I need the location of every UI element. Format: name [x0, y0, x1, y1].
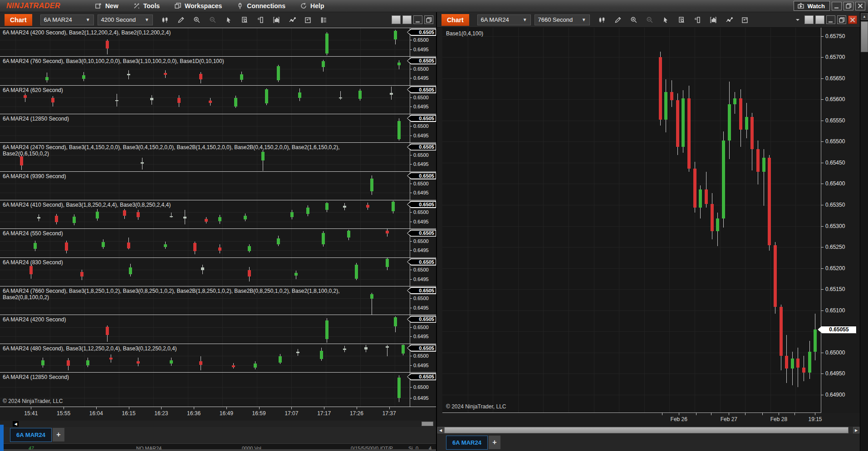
polyline-tool-button[interactable]: [287, 15, 297, 25]
panel-price-axis[interactable]: 0.65050.65000.6495: [410, 315, 436, 343]
menu-tools[interactable]: Tools: [126, 0, 167, 12]
doc-search-tool-button[interactable]: [240, 15, 250, 25]
polyline-tool-button[interactable]: [724, 15, 734, 25]
panel-plot[interactable]: 6A MAR24 (830 Second): [0, 258, 410, 286]
chart-panel-7[interactable]: 6A MAR24 (410 Second), Base3(1,8,250,2,4…: [0, 200, 436, 229]
pencil-tool-button[interactable]: [613, 15, 623, 25]
left-instrument-dropdown[interactable]: 6A MAR24▼: [40, 15, 94, 25]
left-grey-button-1[interactable]: [392, 15, 401, 24]
chart-panel-3[interactable]: 6A MAR24 (620 Second)0.65050.65000.6495: [0, 86, 436, 114]
scrollbar-thumb[interactable]: [444, 427, 848, 433]
panel-plot[interactable]: 6A MAR24 (550 Second): [0, 229, 410, 257]
menu-help[interactable]: Help: [293, 0, 331, 12]
app-minimize-button[interactable]: [832, 2, 842, 10]
list-tool-button[interactable]: [319, 15, 329, 25]
panel-price-axis[interactable]: 0.65050.65000.6495: [410, 172, 436, 200]
panel-plot[interactable]: 6A MAR24 (480 Second), Base3(1,12,250,2,…: [0, 344, 410, 372]
script-tool-button[interactable]: [740, 15, 750, 25]
panel-plot[interactable]: 6A MAR24 (12850 Second)© 2024 NinjaTrade…: [0, 373, 410, 407]
chart-panel-6[interactable]: 6A MAR24 (9390 Second)0.65050.65000.6495: [0, 172, 436, 200]
panel-price-axis[interactable]: 0.65050.65000.6495: [410, 286, 436, 315]
chart-panel-11[interactable]: 6A MAR24 (4200 Second)0.65050.65000.6495: [0, 315, 436, 344]
left-interval-dropdown[interactable]: 4200 Second▼: [98, 15, 153, 25]
panel-plot[interactable]: 6A MAR24 (2470 Second), Base3(1,4,150,2,…: [0, 143, 410, 171]
watch-button[interactable]: Watch: [794, 1, 830, 11]
app-close-button[interactable]: [855, 2, 865, 10]
left-instrument-tab[interactable]: 6A MAR24: [10, 428, 52, 442]
panel-plot[interactable]: 6A MAR24 (7660 Second), Base3(1,8,250,1,…: [0, 286, 410, 315]
doc-search-tool-button[interactable]: [677, 15, 687, 25]
chart-panel-8[interactable]: 6A MAR24 (550 Second)0.65050.65000.6495: [0, 229, 436, 257]
scroll-left-button[interactable]: ◀: [437, 427, 444, 433]
panel-price-axis[interactable]: 0.65050.65000.6495: [410, 28, 436, 56]
panel-price-axis[interactable]: 0.65050.65000.6495: [410, 229, 436, 257]
right-grey-button-2[interactable]: [815, 15, 824, 24]
cursor-tool-button[interactable]: [224, 15, 234, 25]
panel-price-axis[interactable]: 0.65050.65000.6495: [410, 344, 436, 372]
panel-price-axis[interactable]: 0.65050.65000.6495: [410, 86, 436, 114]
panel-plot[interactable]: 6A MAR24 (760 Second), Base3(0,10,100,2,…: [0, 57, 410, 85]
chart-panel-5[interactable]: 6A MAR24 (2470 Second), Base3(1,4,150,2,…: [0, 143, 436, 171]
left-restore-button[interactable]: [424, 15, 433, 24]
right-restore-button[interactable]: [837, 15, 846, 24]
panel-plot[interactable]: 6A MAR24 (410 Second), Base3(1,8,250,2,4…: [0, 200, 410, 228]
panel-link-tool-button[interactable]: [692, 15, 702, 25]
cursor-tool-button[interactable]: [661, 15, 671, 25]
menu-new[interactable]: New: [88, 0, 126, 12]
left-minimize-button[interactable]: [413, 15, 422, 24]
right-close-button[interactable]: [848, 15, 857, 24]
chart-panel-9[interactable]: 6A MAR24 (830 Second)0.65050.65000.6495: [0, 258, 436, 286]
candlestick-tool-button[interactable]: [160, 15, 170, 25]
menu-workspaces[interactable]: Workspaces: [167, 0, 229, 12]
script-tool-button[interactable]: [303, 15, 313, 25]
zoom-in-tool-button[interactable]: [629, 15, 639, 25]
menu-connections[interactable]: Connections: [229, 0, 293, 12]
panel-plot[interactable]: 6A MAR24 (4200 Second): [0, 315, 410, 343]
right-chart-window-tab[interactable]: Chart: [441, 14, 469, 26]
indicator-tool-button[interactable]: [708, 15, 718, 25]
panel-plot[interactable]: 6A MAR24 (12850 Second): [0, 114, 410, 142]
right-interval-dropdown[interactable]: 7660 Second▼: [535, 15, 590, 25]
zoom-out-tool-button[interactable]: [645, 15, 655, 25]
right-plot-area[interactable]: Base1(0,4,100) © 2024 NinjaTrader, LLC: [442, 28, 821, 413]
right-instrument-tab[interactable]: 6A MAR24: [446, 436, 488, 450]
panel-plot[interactable]: 6A MAR24 (4200 Second), Base2(1,12,200,2…: [0, 28, 410, 56]
app-restore-button[interactable]: [843, 2, 853, 10]
left-add-tab-button[interactable]: +: [53, 428, 64, 441]
chart-panel-10[interactable]: 6A MAR24 (7660 Second), Base3(1,8,250,1,…: [0, 286, 436, 315]
right-instrument-dropdown[interactable]: 6A MAR24▼: [477, 15, 531, 25]
left-chart-window-tab[interactable]: Chart: [5, 14, 32, 26]
panel-price-axis[interactable]: 0.65050.65000.6495: [410, 57, 436, 85]
toolbar-overflow-chevron[interactable]: [793, 15, 803, 25]
panel-price-axis[interactable]: 0.65050.65000.6495: [410, 258, 436, 286]
scrollbar-thumb[interactable]: [422, 422, 433, 426]
candlestick-tool-button[interactable]: [597, 15, 607, 25]
right-add-tab-button[interactable]: +: [489, 436, 500, 449]
chart-panel-4[interactable]: 6A MAR24 (12850 Second)0.65050.65000.649…: [0, 114, 436, 143]
scroll-right-button[interactable]: ▶: [853, 427, 859, 433]
pencil-tool-button[interactable]: [176, 15, 186, 25]
zoom-in-tool-button[interactable]: [192, 15, 202, 25]
right-price-axis[interactable]: 0.657500.657000.656500.656000.655500.655…: [821, 28, 860, 413]
scrollbar-thumb[interactable]: [861, 21, 868, 52]
zoom-out-tool-button[interactable]: [208, 15, 218, 25]
indicator-tool-button[interactable]: [271, 15, 281, 25]
right-grey-button-1[interactable]: [804, 15, 814, 24]
scroll-left-button[interactable]: ◀: [13, 421, 19, 427]
chart-panel-2[interactable]: 6A MAR24 (760 Second), Base3(0,10,100,2,…: [0, 57, 436, 85]
left-grey-button-2[interactable]: [402, 15, 412, 24]
panel-price-axis[interactable]: 0.65050.65000.6495: [410, 114, 436, 142]
panel-plot[interactable]: 6A MAR24 (9390 Second): [0, 172, 410, 200]
panel-price-axis[interactable]: 0.65050.65000.6495: [410, 200, 436, 228]
panel-price-axis[interactable]: 0.65050.65000.6495: [410, 373, 436, 407]
scrollbar-track[interactable]: [444, 427, 853, 433]
scroll-up-button[interactable]: ▲: [861, 13, 868, 20]
right-minimize-button[interactable]: [826, 15, 835, 24]
chart-panel-1[interactable]: 6A MAR24 (4200 Second), Base2(1,12,200,2…: [0, 28, 436, 57]
panel-plot[interactable]: 6A MAR24 (620 Second): [0, 86, 410, 114]
panel-link-tool-button[interactable]: [255, 15, 265, 25]
chart-panel-12[interactable]: 6A MAR24 (480 Second), Base3(1,12,250,2,…: [0, 344, 436, 373]
panel-price-axis[interactable]: 0.65050.65000.6495: [410, 143, 436, 171]
chart-panel-13[interactable]: 6A MAR24 (12850 Second)© 2024 NinjaTrade…: [0, 373, 436, 407]
gridline: [442, 331, 821, 332]
